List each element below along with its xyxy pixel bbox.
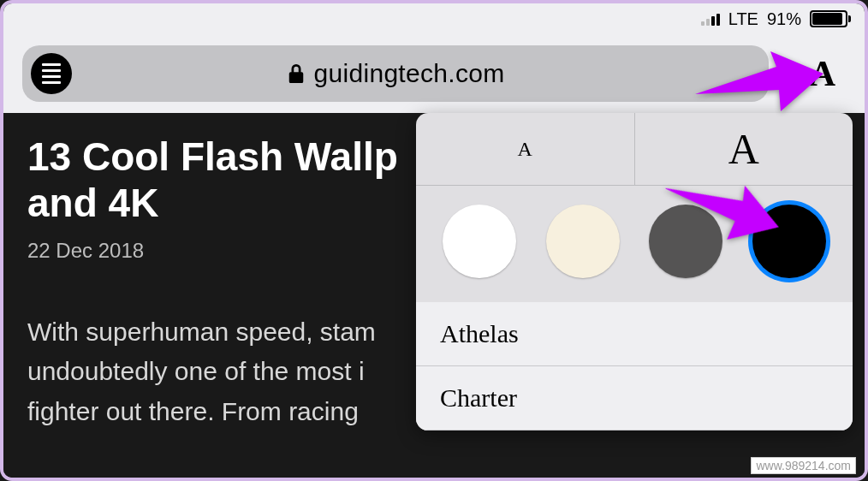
theme-swatch-sepia[interactable] <box>546 205 620 278</box>
reader-settings-popover: A A Athelas Charter <box>416 113 853 431</box>
status-bar: LTE 91% <box>3 3 865 34</box>
svg-marker-0 <box>695 51 823 111</box>
theme-swatch-white[interactable] <box>443 205 516 278</box>
font-size-row: A A <box>416 113 853 185</box>
network-type: LTE <box>728 9 758 29</box>
font-option-charter[interactable]: Charter <box>416 366 853 431</box>
reader-menu-button[interactable] <box>31 53 72 94</box>
battery-percentage: 91% <box>767 9 801 29</box>
decrease-font-button[interactable]: A <box>416 113 635 185</box>
address-bar[interactable]: guidingtech.com <box>22 45 769 102</box>
lock-icon <box>287 62 306 86</box>
url-domain: guidingtech.com <box>314 59 505 88</box>
cellular-signal-icon <box>701 12 720 26</box>
battery-icon <box>810 10 851 27</box>
font-list: Athelas Charter <box>416 302 853 431</box>
annotation-arrow-1 <box>695 51 823 111</box>
watermark: www.989214.com <box>751 457 856 474</box>
font-option-athelas[interactable]: Athelas <box>416 302 853 366</box>
